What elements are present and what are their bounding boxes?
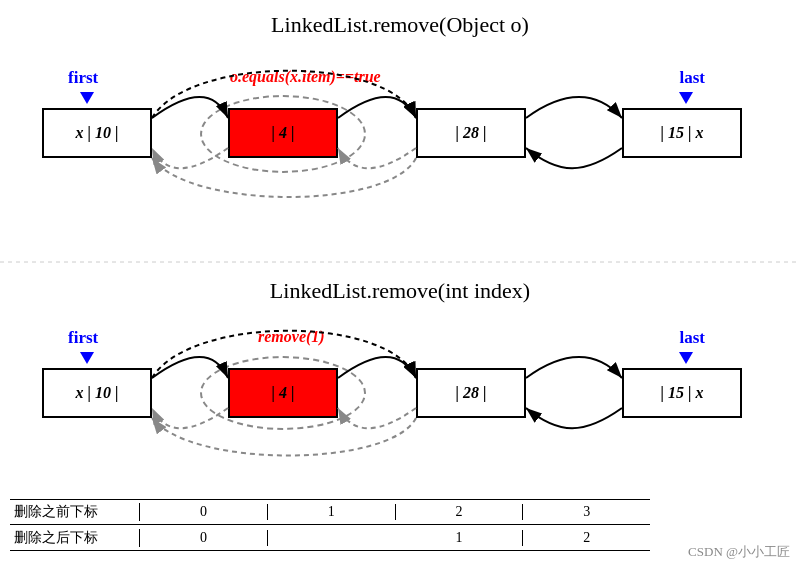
bottom-table: 删除之前下标 0 1 2 3 删除之后下标 0 1 2 xyxy=(10,499,650,551)
main-container: LinkedList.remove(Object o) first last o… xyxy=(0,0,800,569)
diagram1-node4: | 15 | x xyxy=(622,108,742,158)
table-val-0-3: 3 xyxy=(523,504,650,520)
table-val-0-1: 1 xyxy=(268,504,396,520)
diagram1-last-label: last xyxy=(680,68,706,88)
diagram2-last-label: last xyxy=(680,328,706,348)
diagram1-node1: x | 10 | xyxy=(42,108,152,158)
table-label-1: 删除之后下标 xyxy=(10,529,140,547)
diagram1-annotation: o.equals(x.item)==true xyxy=(230,68,381,86)
diagram2-title: LinkedList.remove(int index) xyxy=(0,278,800,304)
diagram2-annotation: remove(1) xyxy=(258,328,325,346)
table-val-1-3: 2 xyxy=(523,530,650,546)
table-row-0: 删除之前下标 0 1 2 3 xyxy=(10,499,650,525)
diagram2-first-label: first xyxy=(68,328,98,348)
diagram2-node1: x | 10 | xyxy=(42,368,152,418)
diagram1-node3: | 28 | xyxy=(416,108,526,158)
table-val-1-2: 1 xyxy=(396,530,524,546)
table-val-0-2: 2 xyxy=(396,504,524,520)
diagram1-first-label: first xyxy=(68,68,98,88)
diagram1-last-arrow xyxy=(679,92,693,104)
diagram1-title: LinkedList.remove(Object o) xyxy=(0,12,800,38)
diagram2-node3: | 28 | xyxy=(416,368,526,418)
diagram2-last-arrow xyxy=(679,352,693,364)
diagram2-dashed-oval xyxy=(200,356,366,430)
table-val-0-0: 0 xyxy=(140,504,268,520)
table-val-1-0: 0 xyxy=(140,530,268,546)
diagram2-first-arrow xyxy=(80,352,94,364)
diagram1-dashed-oval xyxy=(200,95,366,173)
diagram1-first-arrow xyxy=(80,92,94,104)
watermark: CSDN @小小工匠 xyxy=(688,543,790,561)
table-row-1: 删除之后下标 0 1 2 xyxy=(10,525,650,551)
table-label-0: 删除之前下标 xyxy=(10,503,140,521)
diagram2-node4: | 15 | x xyxy=(622,368,742,418)
